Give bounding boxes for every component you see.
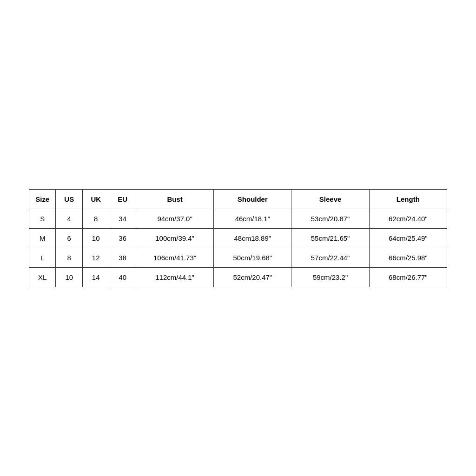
cell-length: 68cm/26.77": [369, 267, 447, 287]
cell-size: XL: [29, 267, 56, 287]
header-length: Length: [369, 189, 447, 209]
cell-size: S: [29, 209, 56, 228]
cell-bust: 100cm/39.4": [136, 228, 213, 248]
cell-bust: 106cm/41.73": [136, 248, 213, 267]
header-uk: UK: [82, 189, 109, 209]
cell-eu: 36: [109, 228, 136, 248]
cell-sleeve: 59cm/23.2": [291, 267, 369, 287]
cell-length: 62cm/24.40": [369, 209, 447, 228]
cell-us: 4: [56, 209, 82, 228]
table-row: XL101440112cm/44.1"52cm/20.47"59cm/23.2"…: [29, 267, 447, 287]
header-size: Size: [29, 189, 56, 209]
cell-shoulder: 46cm/18.1": [214, 209, 291, 228]
cell-bust: 94cm/37.0": [136, 209, 213, 228]
cell-shoulder: 52cm/20.47": [214, 267, 291, 287]
cell-eu: 34: [109, 209, 136, 228]
cell-shoulder: 48cm18.89": [214, 228, 291, 248]
cell-uk: 8: [82, 209, 109, 228]
size-chart-table: Size US UK EU Bust Shoulder Sleeve Lengt…: [29, 189, 447, 287]
cell-eu: 38: [109, 248, 136, 267]
cell-sleeve: 57cm/22.44": [291, 248, 369, 267]
cell-us: 8: [56, 248, 82, 267]
cell-eu: 40: [109, 267, 136, 287]
table-header-row: Size US UK EU Bust Shoulder Sleeve Lengt…: [29, 189, 447, 209]
cell-length: 64cm/25.49": [369, 228, 447, 248]
cell-size: L: [29, 248, 56, 267]
cell-shoulder: 50cm/19.68": [214, 248, 291, 267]
cell-uk: 12: [82, 248, 109, 267]
header-eu: EU: [109, 189, 136, 209]
header-sleeve: Sleeve: [291, 189, 369, 209]
header-bust: Bust: [136, 189, 213, 209]
cell-length: 66cm/25.98": [369, 248, 447, 267]
header-us: US: [56, 189, 82, 209]
header-shoulder: Shoulder: [214, 189, 291, 209]
cell-uk: 14: [82, 267, 109, 287]
cell-sleeve: 53cm/20.87": [291, 209, 369, 228]
cell-sleeve: 55cm/21.65": [291, 228, 369, 248]
cell-uk: 10: [82, 228, 109, 248]
table-row: L81238106cm/41.73"50cm/19.68"57cm/22.44"…: [29, 248, 447, 267]
cell-bust: 112cm/44.1": [136, 267, 213, 287]
cell-size: M: [29, 228, 56, 248]
cell-us: 6: [56, 228, 82, 248]
cell-us: 10: [56, 267, 82, 287]
size-chart-container: Size US UK EU Bust Shoulder Sleeve Lengt…: [29, 189, 447, 287]
table-row: S483494cm/37.0"46cm/18.1"53cm/20.87"62cm…: [29, 209, 447, 228]
table-row: M61036100cm/39.4"48cm18.89"55cm/21.65"64…: [29, 228, 447, 248]
